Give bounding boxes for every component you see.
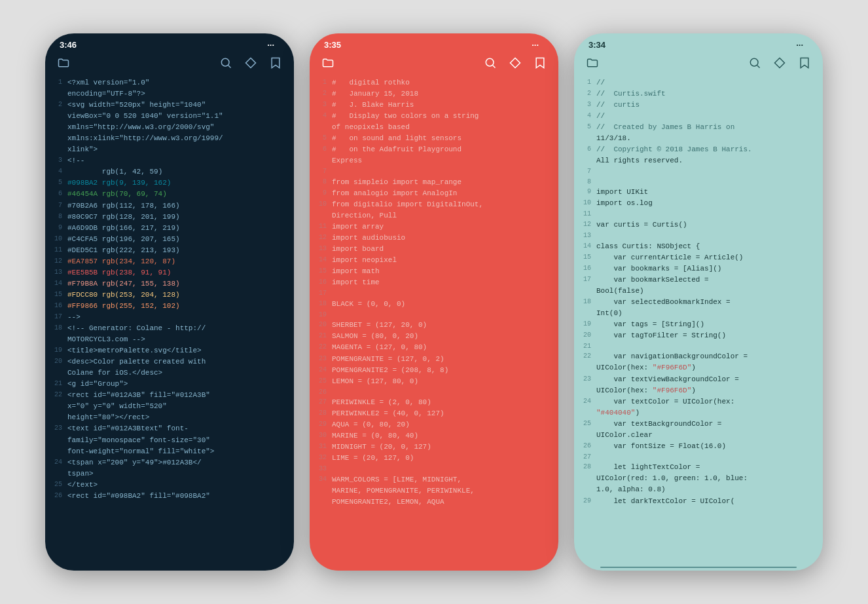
line-number bbox=[577, 407, 591, 419]
bookmark-icon-red[interactable] bbox=[533, 56, 547, 69]
code-line: 26 bbox=[310, 387, 558, 398]
line-text: of neopixels based bbox=[332, 122, 552, 133]
signal-dots-dark: ··· bbox=[267, 40, 274, 50]
line-text: <title>metroPalette.svg</title> bbox=[67, 345, 287, 356]
line-text: #EE5B5B rgb(238, 91, 91) bbox=[67, 267, 287, 278]
line-number: 24 bbox=[312, 365, 327, 376]
line-text: <!-- bbox=[67, 155, 287, 166]
line-number: 27 bbox=[312, 397, 327, 408]
code-line: xmlns:xlink="http://www.w3.org/1999/ bbox=[45, 133, 294, 144]
line-text: var tagToFilter = String() bbox=[596, 330, 816, 341]
line-text: Colane for iOS.</desc> bbox=[67, 368, 287, 379]
line-number: 28 bbox=[577, 462, 591, 473]
status-icons-teal: ··· bbox=[796, 40, 808, 50]
code-line: 5// Created by James B Harris on bbox=[574, 122, 823, 133]
status-bar-dark: 3:46 ··· bbox=[45, 33, 294, 52]
line-number: 21 bbox=[577, 341, 591, 352]
code-line: 24 var textColor = UIColor(hex: bbox=[574, 396, 823, 407]
code-line: 23POMENGRANITE = (127, 0, 2) bbox=[310, 354, 558, 365]
line-number: 7 bbox=[577, 166, 591, 177]
line-text: var fontSize = Float(16.0) bbox=[596, 441, 816, 452]
bookmark-icon-dark[interactable] bbox=[269, 56, 282, 69]
status-bar-red: 3:35 ··· bbox=[310, 33, 558, 52]
code-line: All rights reserved. bbox=[574, 155, 823, 166]
line-number: 20 bbox=[48, 356, 62, 368]
diamond-icon-red[interactable] bbox=[509, 56, 522, 69]
diamond-icon-dark[interactable] bbox=[244, 56, 257, 69]
code-line: 10from digitalio import DigitalInOut, bbox=[310, 199, 558, 210]
line-number: 19 bbox=[312, 310, 327, 320]
line-number: 25 bbox=[312, 376, 327, 387]
line-text: import neopixel bbox=[332, 255, 552, 266]
code-line: 25</text> bbox=[45, 480, 294, 491]
line-number bbox=[577, 473, 591, 484]
code-line: 22<rect id="#012A3B" fill="#012A3B" bbox=[45, 390, 294, 401]
folder-icon-teal[interactable] bbox=[586, 56, 599, 69]
line-text: class Curtis: NSObject { bbox=[596, 241, 816, 252]
line-text: #C4CFA5 rgb(196, 207, 165) bbox=[67, 234, 287, 245]
line-number: 4 bbox=[48, 166, 62, 178]
folder-icon-dark[interactable] bbox=[57, 56, 70, 69]
line-text: <?xml version="1.0" bbox=[67, 77, 287, 88]
code-line: viewBox="0 0 520 1040" version="1.1" bbox=[45, 111, 294, 122]
line-number: 2 bbox=[312, 88, 327, 100]
diamond-icon-teal[interactable] bbox=[773, 56, 786, 69]
line-text: #EA7857 rgb(234, 120, 87) bbox=[67, 256, 287, 267]
line-text: PERIWINKLE = (2, 0, 80) bbox=[332, 397, 552, 408]
line-text: Int(0) bbox=[596, 308, 816, 319]
line-text: rgb(1, 42, 59) bbox=[67, 166, 287, 178]
bookmark-icon-teal[interactable] bbox=[798, 56, 811, 69]
line-number: 16 bbox=[312, 277, 327, 288]
line-number: 18 bbox=[312, 299, 327, 310]
line-text: POMENGRANITE2, LEMON, AQUA bbox=[332, 497, 552, 508]
code-line: 14#F79B8A rgb(247, 155, 138) bbox=[45, 278, 294, 290]
line-number: 13 bbox=[577, 231, 591, 241]
code-line: 32LIME = (20, 127, 0) bbox=[310, 453, 558, 464]
search-icon-dark[interactable] bbox=[219, 56, 232, 69]
line-text: SHERBET = (127, 20, 0) bbox=[332, 320, 552, 331]
code-line: 18<!-- Generator: Colane - http:// bbox=[45, 323, 294, 334]
line-number: 29 bbox=[312, 419, 327, 430]
line-text: #098BA2 rgb(9, 139, 162) bbox=[67, 178, 287, 189]
code-line: of neopixels based bbox=[310, 122, 558, 133]
line-text: let darkTextColor = UIColor( bbox=[596, 496, 816, 507]
line-number: 5 bbox=[48, 178, 62, 189]
code-line: 21 bbox=[574, 341, 823, 352]
line-number: 14 bbox=[312, 255, 327, 266]
code-line: font-weight="normal" fill="white"> bbox=[45, 446, 294, 457]
line-number: 14 bbox=[577, 241, 591, 252]
search-icon-teal[interactable] bbox=[748, 56, 761, 69]
svg-point-2 bbox=[221, 58, 229, 66]
line-text bbox=[332, 166, 552, 177]
line-text: BLACK = (0, 0, 0) bbox=[332, 299, 552, 310]
line-number bbox=[48, 88, 62, 100]
search-icon-red[interactable] bbox=[484, 56, 497, 69]
line-text: // curtis bbox=[596, 100, 816, 111]
line-number bbox=[312, 485, 327, 497]
line-number bbox=[577, 286, 591, 297]
line-text: <rect id="#098BA2" fill="#098BA2" bbox=[67, 491, 287, 502]
line-text bbox=[596, 177, 816, 187]
code-line: 5#098BA2 rgb(9, 139, 162) bbox=[45, 178, 294, 189]
line-number: 6 bbox=[577, 144, 591, 155]
line-number: 33 bbox=[312, 464, 327, 474]
folder-icon-red[interactable] bbox=[321, 56, 335, 69]
line-number bbox=[48, 122, 62, 133]
phone-red: 3:35 ··· 1# digital rothko2# January 15,… bbox=[310, 33, 558, 571]
line-number: 11 bbox=[312, 221, 327, 233]
code-line: 31MIDNIGHT = (20, 0, 127) bbox=[310, 442, 558, 453]
line-text: #FDCC80 rgb(253, 204, 128) bbox=[67, 290, 287, 301]
code-line: xmlns="http://www.w3.org/2000/svg" bbox=[45, 122, 294, 133]
line-number: 34 bbox=[312, 474, 327, 485]
code-line: Express bbox=[310, 155, 558, 166]
line-text: tspan> bbox=[67, 468, 287, 480]
line-number: 2 bbox=[48, 100, 62, 111]
line-number: 17 bbox=[312, 288, 327, 299]
code-line: 1.0, alpha: 0.8) bbox=[574, 484, 823, 495]
code-line: 11/3/18. bbox=[574, 133, 823, 144]
code-line: 24POMENGRANITE2 = (208, 8, 8) bbox=[310, 365, 558, 376]
code-line: 22MAGENTA = (127, 0, 80) bbox=[310, 342, 558, 353]
line-number: 23 bbox=[312, 354, 327, 365]
code-line: 17 var bookmarkSelected = bbox=[574, 274, 823, 286]
line-text: 11/3/18. bbox=[596, 133, 816, 144]
